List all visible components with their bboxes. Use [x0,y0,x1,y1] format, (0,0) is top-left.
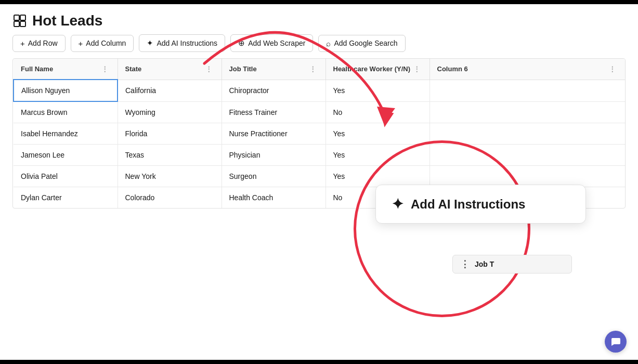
col-fullname-header: Full Name ⋮ [14,59,118,80]
add-row-button[interactable]: + Add Row [12,35,66,52]
cell-fullname: Isabel Hernandez [14,123,118,145]
col-jobtitle-header: Job Title ⋮ [222,59,325,80]
bottom-bar [0,360,638,364]
add-scraper-label: Add Web Scraper [248,39,305,47]
cell-fullname: Jameson Lee [14,145,118,166]
cell-jobtitle: Health Coach [222,187,325,209]
cell-col6 [429,101,625,123]
col-fullname-menu[interactable]: ⋮ [99,64,110,74]
cell-jobtitle: Nurse Practitioner [222,123,325,145]
page-title: Hot Leads [32,12,102,29]
table-row[interactable]: Isabel HernandezFloridaNurse Practitione… [14,123,625,145]
col-jobtitle-menu[interactable]: ⋮ [307,64,318,74]
add-search-button[interactable]: ⌕ Add Google Search [318,35,405,52]
col-healthcare-menu[interactable]: ⋮ [411,64,422,74]
add-column-label: Add Column [86,39,126,47]
add-ai-label: Add AI Instructions [157,39,217,47]
table-row[interactable]: Allison NguyenCaliforniaChiropractorYes [14,80,625,101]
cell-state: Texas [118,145,222,166]
add-row-label: Add Row [28,39,58,47]
col-state-menu[interactable]: ⋮ [203,64,214,74]
plus-icon: + [79,39,83,48]
cell-jobtitle: Physician [222,145,325,166]
top-bar [0,0,638,4]
cell-col6 [429,80,625,101]
header: Hot Leads [0,4,638,34]
chat-button[interactable] [605,331,627,353]
toolbar: + Add Row + Add Column ✦ Add AI Instruct… [0,34,638,58]
plus-icon: + [20,39,25,48]
cell-state: New York [118,166,222,187]
svg-rect-1 [20,15,25,20]
table-row[interactable]: Marcus BrownWyomingFitness TrainerNo [14,101,625,123]
cell-fullname: Dylan Carter [14,187,118,209]
col-col6-menu[interactable]: ⋮ [607,64,618,74]
cell-jobtitle: Surgeon [222,166,325,187]
cell-fullname: Marcus Brown [14,101,118,123]
dots-icon: ⋮ [460,258,470,270]
table-row[interactable]: Jameson LeeTexasPhysicianYes [14,145,625,166]
cell-state: Colorado [118,187,222,209]
svg-rect-3 [20,21,25,27]
add-scraper-button[interactable]: ⊕ Add Web Scraper [230,34,313,52]
app-logo [12,14,27,28]
column-menu-snippet: ⋮ Job T [452,255,572,274]
search-icon: ⌕ [326,39,331,48]
cell-col6 [429,123,625,145]
cell-jobtitle: Fitness Trainer [222,101,325,123]
col-col6-header: Column 6 ⋮ [429,59,625,80]
table-header-row: Full Name ⋮ State ⋮ Job Title ⋮ [14,59,625,80]
cell-fullname: Olivia Patel [14,166,118,187]
add-ai-button[interactable]: ✦ Add AI Instructions [139,34,225,52]
cell-healthcare: Yes [325,80,429,101]
col-state-header: State ⋮ [118,59,222,80]
cell-healthcare: Yes [325,166,429,187]
cell-state: Florida [118,123,222,145]
cell-healthcare: No [325,101,429,123]
col-healthcare-header: Healthcare Worker (Y/N) ⋮ [325,59,429,80]
job-title-snippet: Job T [475,260,494,268]
ai-popup-sparkle-icon: ✦ [392,196,403,213]
svg-rect-0 [14,15,19,20]
cell-col6 [429,145,625,166]
cell-healthcare: Yes [325,145,429,166]
svg-rect-2 [14,21,19,27]
cell-healthcare: Yes [325,123,429,145]
table-row[interactable]: Olivia PatelNew YorkSurgeonYes [14,166,625,187]
ai-popup-label: Add AI Instructions [411,197,525,212]
cell-state: Wyoming [118,101,222,123]
cell-state: California [118,80,222,101]
ai-popup-button[interactable]: ✦ Add AI Instructions [375,185,586,224]
sparkle-icon: ✦ [147,38,153,48]
cell-jobtitle: Chiropractor [222,80,325,101]
add-search-label: Add Google Search [334,39,397,47]
cell-fullname: Allison Nguyen [14,80,118,101]
scraper-icon: ⊕ [238,38,245,48]
cell-col6 [429,166,625,187]
add-column-button[interactable]: + Add Column [71,35,134,52]
